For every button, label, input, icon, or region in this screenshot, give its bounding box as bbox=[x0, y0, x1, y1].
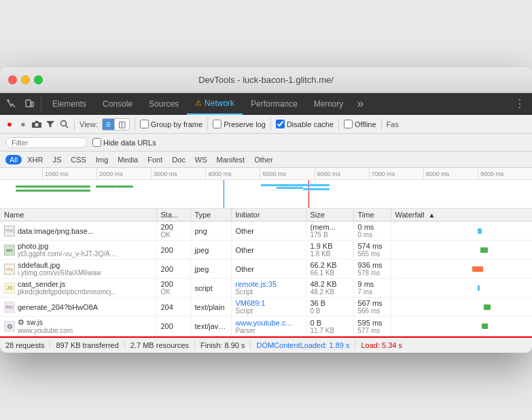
col-time[interactable]: Time bbox=[353, 209, 391, 222]
type-tab-css[interactable]: CSS bbox=[67, 155, 90, 164]
cell-waterfall bbox=[391, 260, 532, 279]
col-initiator[interactable]: Initiator bbox=[231, 209, 306, 222]
cell-name: abc photo.jpg yt3.ggpht.com/-vu_v-hJT-3Q… bbox=[0, 241, 156, 260]
type-tab-manifest[interactable]: Manifest bbox=[213, 155, 249, 164]
type-tab-media[interactable]: Media bbox=[113, 155, 142, 164]
type-tab-doc[interactable]: Doc bbox=[168, 155, 190, 164]
cell-time: 567 ms566 ms bbox=[353, 298, 391, 317]
fast3g-label: Fas bbox=[387, 120, 399, 128]
cell-name: doc generate_204?bHwO8A bbox=[0, 298, 156, 317]
col-status[interactable]: Sta... bbox=[156, 209, 190, 222]
tab-performance[interactable]: Performance bbox=[243, 93, 306, 115]
grid-view-button[interactable]: ◫ bbox=[115, 119, 129, 130]
record-button[interactable]: ● bbox=[4, 119, 15, 130]
cell-status: 204 bbox=[156, 298, 190, 317]
cell-status: 200 bbox=[156, 260, 190, 279]
table-row[interactable]: doc generate_204?bHwO8A 204 text/plain V… bbox=[0, 298, 532, 317]
svg-rect-1 bbox=[26, 100, 31, 107]
devtools-menu-button[interactable]: ⋮ bbox=[510, 97, 529, 110]
file-icon: abc bbox=[4, 245, 15, 256]
ruler-1000: 1000 ms bbox=[42, 168, 96, 179]
cell-type: jpeg bbox=[190, 260, 231, 279]
hide-data-urls-checkbox[interactable]: Hide data URLs bbox=[92, 138, 156, 147]
camera-button[interactable] bbox=[31, 119, 42, 130]
type-tab-js[interactable]: JS bbox=[48, 155, 65, 164]
svg-line-4 bbox=[65, 126, 68, 128]
status-bar: 28 requests 897 KB transferred 2.7 MB re… bbox=[0, 336, 532, 353]
toolbar: ● ● View: ≡ ◫ Group by frame bbox=[0, 115, 532, 134]
filter-input[interactable] bbox=[5, 137, 87, 148]
table-row[interactable]: JS cast_sender.js pkedcjkdefgpdelpbcmbme… bbox=[0, 279, 532, 298]
col-name[interactable]: Name bbox=[0, 209, 156, 222]
devtools-window: DevTools - luck-bacon-1.glitch.me/ Eleme… bbox=[0, 67, 532, 353]
file-icon: doc bbox=[4, 302, 15, 313]
close-button[interactable] bbox=[8, 75, 17, 84]
ruler-9000: 9000 ms bbox=[478, 168, 532, 179]
view-toggle[interactable]: ≡ ◫ bbox=[102, 118, 130, 130]
ruler-4000: 4000 ms bbox=[205, 168, 260, 179]
more-tabs-button[interactable]: » bbox=[353, 97, 368, 111]
table-row[interactable]: PNG data:image/png;base... 200OK png Oth… bbox=[0, 222, 532, 241]
search-button[interactable] bbox=[58, 119, 69, 130]
cell-waterfall bbox=[391, 241, 532, 260]
requests-count: 28 requests bbox=[5, 341, 50, 349]
type-tab-img[interactable]: Img bbox=[92, 155, 112, 164]
cell-initiator: Other bbox=[231, 241, 306, 260]
type-tab-font[interactable]: Font bbox=[143, 155, 166, 164]
tab-network[interactable]: ⚠ Network bbox=[187, 93, 243, 115]
ruler-5000: 5000 ms bbox=[260, 168, 314, 179]
filter-button[interactable] bbox=[45, 119, 56, 130]
inspect-icon[interactable] bbox=[3, 97, 20, 111]
type-tab-all[interactable]: All bbox=[5, 155, 22, 164]
group-by-frame-checkbox[interactable]: Group by frame bbox=[140, 120, 202, 128]
file-icon: PNG bbox=[4, 226, 15, 237]
cell-initiator: Other bbox=[231, 260, 306, 279]
timeline-area: 1000 ms 2000 ms 3000 ms 4000 ms 5000 ms … bbox=[0, 168, 532, 209]
cell-size: 1.9 KB1.8 KB bbox=[306, 241, 353, 260]
tab-console[interactable]: Console bbox=[94, 93, 141, 115]
timeline-bars bbox=[0, 180, 532, 209]
type-tab-xhr[interactable]: XHR bbox=[23, 155, 47, 164]
cell-status: 200 bbox=[156, 241, 190, 260]
cell-size: 48.2 KB48.2 KB bbox=[306, 279, 353, 298]
cell-status: 200OK bbox=[156, 222, 190, 241]
col-type[interactable]: Type bbox=[190, 209, 231, 222]
ruler-8000: 8000 ms bbox=[423, 168, 478, 179]
cell-status: 200OK bbox=[156, 279, 190, 298]
dom-content-loaded: DOMContentLoaded: 1.89 s bbox=[251, 341, 355, 349]
tab-elements[interactable]: Elements bbox=[44, 93, 94, 115]
table-header: Name Sta... Type Initiator Size Time Wat… bbox=[0, 209, 532, 222]
clear-button[interactable]: ● bbox=[18, 119, 29, 130]
cell-size: 0 B11.7 KB bbox=[306, 317, 353, 336]
disable-cache-checkbox[interactable]: Disable cache bbox=[276, 120, 334, 128]
warn-icon: ⚠ bbox=[195, 99, 202, 107]
table-row[interactable]: img sddefault.jpg i.ytimg.com/vi/6IfaiXM… bbox=[0, 260, 532, 279]
cell-time: 595 ms577 ms bbox=[353, 317, 391, 336]
ruler-7000: 7000 ms bbox=[369, 168, 423, 179]
col-size[interactable]: Size bbox=[306, 209, 353, 222]
maximize-button[interactable] bbox=[34, 75, 43, 84]
device-icon[interactable] bbox=[20, 97, 38, 111]
cell-time: 574 ms565 ms bbox=[353, 241, 391, 260]
cell-name: JS cast_sender.js pkedcjkdefgpdelpbcmbme… bbox=[0, 279, 156, 298]
tab-memory[interactable]: Memory bbox=[306, 93, 351, 115]
cell-size: 36 B0 B bbox=[306, 298, 353, 317]
cell-name: img sddefault.jpg i.ytimg.com/vi/6IfaiXM… bbox=[0, 260, 156, 279]
table-body: PNG data:image/png;base... 200OK png Oth… bbox=[0, 222, 532, 336]
list-view-button[interactable]: ≡ bbox=[103, 119, 115, 130]
cell-time: 936 ms578 ms bbox=[353, 260, 391, 279]
view-label: View: bbox=[79, 120, 98, 128]
table-row[interactable]: abc photo.jpg yt3.ggpht.com/-vu_v-hJT-3Q… bbox=[0, 241, 532, 260]
type-tab-ws[interactable]: WS bbox=[191, 155, 211, 164]
offline-checkbox[interactable]: Offline bbox=[344, 120, 376, 128]
col-waterfall[interactable]: Waterfall ▲ bbox=[391, 209, 532, 222]
svg-point-0 bbox=[7, 100, 9, 101]
type-tab-other[interactable]: Other bbox=[250, 155, 277, 164]
preserve-log-checkbox[interactable]: Preserve log bbox=[213, 120, 266, 128]
svg-rect-2 bbox=[31, 102, 33, 107]
table-row[interactable]: ⚙ ⚙ sw.js www.youtube.com 200 text/java.… bbox=[0, 317, 532, 336]
cell-waterfall bbox=[391, 222, 532, 241]
cell-time: 0 ms0 ms bbox=[353, 222, 391, 241]
minimize-button[interactable] bbox=[21, 75, 30, 84]
tab-sources[interactable]: Sources bbox=[141, 93, 187, 115]
